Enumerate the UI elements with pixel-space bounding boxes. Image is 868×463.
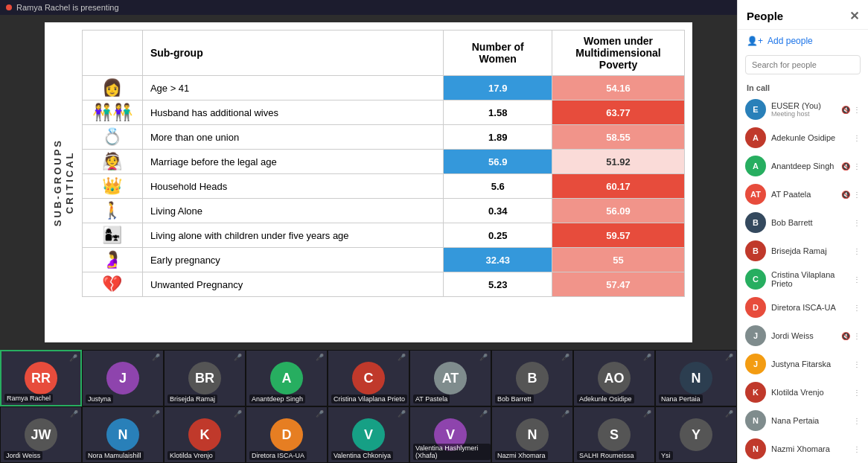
avatar: AT xyxy=(745,184,766,205)
subgroup-cell: Living alone with children under five ye… xyxy=(142,223,444,248)
participant-tile[interactable]: JWJordi Weiss🎤 xyxy=(0,406,82,463)
close-panel-button[interactable]: ✕ xyxy=(849,9,859,23)
person-item[interactable]: BBob Barrett⋮ xyxy=(738,208,868,237)
person-item[interactable]: DDiretora ISCA-UA⋮ xyxy=(738,293,868,322)
participant-tile[interactable]: RRRamya Rachel🎤 xyxy=(0,350,82,406)
more-options-icon[interactable]: ⋮ xyxy=(853,191,861,199)
participant-tile[interactable]: AAnantdeep Singh🎤 xyxy=(246,350,328,406)
mic-icon: 🎤 xyxy=(725,410,733,418)
participant-tile[interactable]: NNana Pertaia🎤 xyxy=(655,350,737,406)
person-action-icons: 🔇⋮ xyxy=(841,191,861,199)
participant-tile[interactable]: CCristina Vilaplana Prieto🎤 xyxy=(328,350,409,406)
mic-icon: 🎤 xyxy=(234,354,242,361)
participant-name-label: Cristina Vilaplana Prieto xyxy=(331,395,407,403)
person-name: Justyna Fitarska xyxy=(771,360,848,368)
person-item[interactable]: NNazmi Xhomara⋮ xyxy=(738,435,868,463)
person-item[interactable]: CCristina Vilaplana Prieto⋮ xyxy=(738,265,868,293)
person-subtitle: Meeting host xyxy=(771,110,836,118)
participant-name-label: Nora Mamulaishill xyxy=(86,451,144,460)
more-options-icon[interactable]: ⋮ xyxy=(853,445,861,453)
person-item[interactable]: AAdekunle Osidipe⋮ xyxy=(738,124,868,152)
participant-tile[interactable]: VValentina Hashlymeri (Xhafa)🎤 xyxy=(409,406,491,463)
pregnant-icon: 🤰 xyxy=(83,248,143,272)
participant-tile[interactable]: NNazmi Xhomara🎤 xyxy=(491,406,573,463)
wives-icon: 👫👫 xyxy=(83,100,143,125)
avatar: C xyxy=(745,269,766,290)
more-options-icon[interactable]: ⋮ xyxy=(853,304,861,312)
participant-name-label: Jordi Weiss xyxy=(4,451,42,460)
participant-tile[interactable]: BBob Barrett🎤 xyxy=(491,350,573,406)
mic-icon: 🎤 xyxy=(152,354,160,361)
participant-name-label: Justyna xyxy=(86,395,113,403)
avatar: N xyxy=(745,410,766,431)
avatar: B xyxy=(745,212,766,233)
avatar: J xyxy=(745,354,766,374)
participant-tile[interactable]: BRBrisejda Ramaj🎤 xyxy=(164,350,246,406)
more-options-icon[interactable]: ⋮ xyxy=(853,106,861,114)
more-options-icon[interactable]: ⋮ xyxy=(853,247,861,255)
person-name: Anantdeep Singh xyxy=(771,162,836,170)
more-options-icon[interactable]: ⋮ xyxy=(853,360,861,368)
more-options-icon[interactable]: ⋮ xyxy=(853,134,861,142)
poverty-cell: 51.92 xyxy=(552,150,685,174)
participant-tile[interactable]: YYsi🎤 xyxy=(655,406,737,463)
participant-name-label: Valentina Chkoniya xyxy=(331,451,393,460)
table-row: 👑Household Heads5.660.17 xyxy=(83,174,685,199)
avatar: JW xyxy=(25,418,57,451)
person-name: EUSER (You) xyxy=(771,101,836,110)
person-item[interactable]: BBrisejda Ramaj⋮ xyxy=(738,237,868,265)
mic-icon: 🎤 xyxy=(316,354,324,361)
num-women-cell: 32.43 xyxy=(444,248,552,272)
subgroup-cell: Early pregnancy xyxy=(142,248,444,272)
participant-name-label: Nazmi Xhomara xyxy=(495,451,548,460)
marriage-icon: 👰 xyxy=(83,150,143,174)
status-dot xyxy=(6,4,12,10)
participant-tile[interactable]: NNora Mamulaishill🎤 xyxy=(82,406,164,463)
person-item[interactable]: EEUSER (You)Meeting host🔇⋮ xyxy=(738,95,868,124)
data-table-wrapper: Sub-group Number ofWomen Women underMult… xyxy=(82,30,685,335)
participant-tile[interactable]: AOAdekunle Osidipe🎤 xyxy=(573,350,655,406)
subgroup-cell: Unwanted Pregnancy xyxy=(142,272,444,297)
table-row: 🚶Living Alone0.3456.09 xyxy=(83,199,685,223)
avatar: D xyxy=(745,297,766,318)
num-women-cell: 1.58 xyxy=(444,100,552,125)
person-action-icons: ⋮ xyxy=(853,360,861,368)
person-item[interactable]: JJustyna Fitarska⋮ xyxy=(738,350,868,378)
add-people-button[interactable]: 👤+ Add people xyxy=(738,30,868,52)
person-item[interactable]: ATAT Paatela🔇⋮ xyxy=(738,180,868,208)
person-action-icons: ⋮ xyxy=(853,247,861,255)
avatar: E xyxy=(745,99,766,120)
person-item[interactable]: KKlotilda Vrenjo⋮ xyxy=(738,378,868,406)
subgroup-cell: Age > 41 xyxy=(142,76,444,100)
mute-icon: 🔇 xyxy=(841,191,850,199)
person-item[interactable]: NNana Pertaia⋮ xyxy=(738,406,868,435)
avatar: RR xyxy=(25,362,57,395)
participant-tile[interactable]: DDiretora ISCA-UA🎤 xyxy=(246,406,328,463)
avatar: A xyxy=(745,156,766,176)
table-row: 👩‍👧Living alone with children under five… xyxy=(83,223,685,248)
mic-icon: 🎤 xyxy=(152,410,160,418)
avatar: N xyxy=(745,438,766,459)
participant-tile[interactable]: VValentina Chkoniya🎤 xyxy=(328,406,409,463)
participant-tile[interactable]: ATAT Pastela🎤 xyxy=(409,350,491,406)
poverty-cell: 60.17 xyxy=(552,174,685,199)
person-item[interactable]: AAnantdeep Singh🔇⋮ xyxy=(738,152,868,180)
add-people-icon: 👤+ xyxy=(747,36,763,46)
more-options-icon[interactable]: ⋮ xyxy=(853,162,861,170)
more-options-icon[interactable]: ⋮ xyxy=(853,332,861,340)
person-item[interactable]: JJordi Weiss🔇⋮ xyxy=(738,322,868,350)
poverty-cell: 57.47 xyxy=(552,272,685,297)
presenting-label: Ramya Rachel is presenting xyxy=(16,3,119,12)
search-people-input[interactable] xyxy=(745,55,861,74)
person-action-icons: 🔇⋮ xyxy=(841,106,861,114)
table-container: CRITICALSUB-GROUPS Sub-group Number ofWo… xyxy=(45,22,692,342)
mic-icon: 🎤 xyxy=(234,410,242,418)
more-options-icon[interactable]: ⋮ xyxy=(853,417,861,425)
more-options-icon[interactable]: ⋮ xyxy=(853,389,861,397)
participant-tile[interactable]: KKlotilda Vrenjo🎤 xyxy=(164,406,246,463)
more-options-icon[interactable]: ⋮ xyxy=(853,275,861,284)
avatar: C xyxy=(352,362,385,395)
participant-tile[interactable]: SSALHI Roumeissa🎤 xyxy=(573,406,655,463)
more-options-icon[interactable]: ⋮ xyxy=(853,219,861,227)
participant-tile[interactable]: JJustyna🎤 xyxy=(82,350,164,406)
